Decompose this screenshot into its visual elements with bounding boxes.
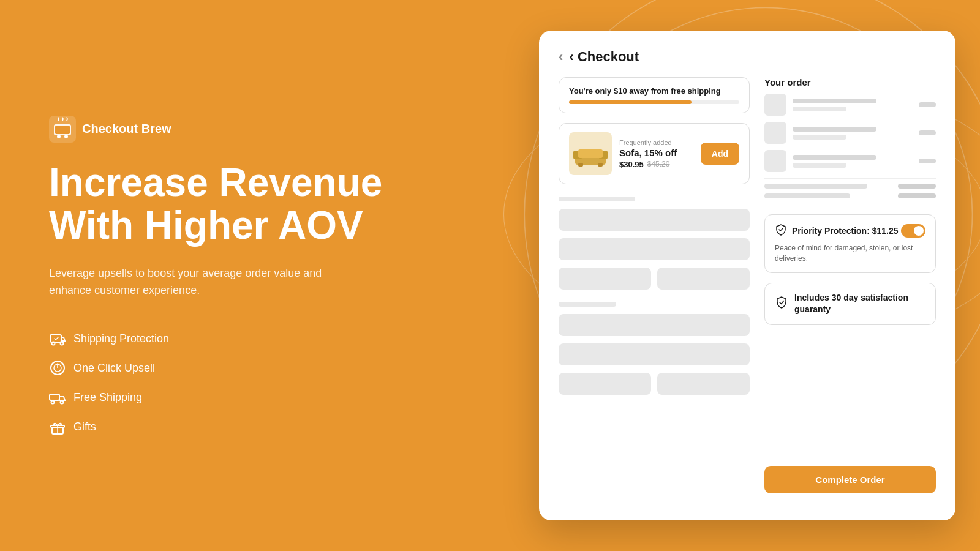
order-line-3 [793, 155, 876, 160]
sk-input-row-2 [559, 373, 750, 395]
svg-rect-26 [578, 163, 583, 167]
protection-header: Priority Protection: $11.25 [775, 223, 925, 238]
summary-value [898, 184, 936, 189]
upsell-product-image [569, 132, 612, 175]
order-item-lines-3 [793, 155, 913, 168]
order-line-2 [793, 127, 876, 132]
complete-order-button[interactable]: Complete Order [764, 466, 936, 493]
order-summary [764, 184, 936, 198]
logo-icon [49, 116, 76, 143]
guarantee-text: Includes 30 day satisfaction guaranty [794, 292, 925, 316]
protection-title-row: Priority Protection: $11.25 [775, 223, 899, 238]
upsell-add-button[interactable]: Add [701, 143, 739, 165]
logo-row: Checkout Brew [49, 116, 404, 143]
summary-label [764, 184, 867, 189]
protection-toggle[interactable] [901, 224, 925, 238]
order-item-lines-2 [793, 127, 913, 140]
feature-one-click-upsell: One Click Upsell [49, 359, 404, 377]
order-item-row-1 [764, 94, 936, 116]
sk-line [559, 197, 635, 201]
shipping-bar-widget: You're only $10 away from free shipping [559, 77, 750, 113]
upsell-info: Frequently added Sofa, 15% off $30.95 $4… [619, 139, 693, 169]
upsell-widget: Frequently added Sofa, 15% off $30.95 $4… [559, 123, 750, 184]
sub-text: Leverage upsells to boost your average o… [49, 264, 343, 300]
upsell-original-price: $45.20 [647, 160, 670, 168]
form-skeleton [559, 197, 750, 395]
svg-point-11 [64, 135, 68, 138]
left-panel: Checkout Brew Increase Revenue With High… [49, 0, 404, 551]
svg-point-19 [61, 401, 64, 404]
checkout-header: ‹ ‹ Checkout [559, 49, 936, 65]
upsell-price: $30.95 [619, 160, 644, 169]
sk-input-half-1 [559, 268, 651, 290]
sk-input-row [559, 268, 750, 290]
order-thumb-2 [764, 122, 786, 144]
protection-shield-icon [775, 223, 787, 238]
order-price-3 [919, 159, 936, 163]
summary-label-2 [764, 193, 850, 198]
sk-input-full [559, 209, 750, 231]
order-line [793, 99, 876, 103]
main-headline: Increase Revenue With Higher AOV [49, 161, 404, 247]
card-body: You're only $10 away from free shipping [559, 77, 936, 493]
right-panel: ‹ ‹ Checkout You're only $10 away from f… [539, 31, 956, 520]
free-shipping-icon [49, 389, 66, 406]
order-thumb-1 [764, 94, 786, 116]
svg-point-18 [51, 401, 55, 404]
feature-gifts-label: Gifts [74, 421, 96, 433]
back-chevron: ‹ [559, 49, 563, 64]
feature-free-shipping: Free Shipping [49, 389, 404, 406]
one-click-upsell-icon [49, 359, 66, 377]
order-thumb-3 [764, 150, 786, 172]
card-left-column: You're only $10 away from free shipping [559, 77, 750, 493]
card-right-column: Your order [764, 77, 936, 493]
logo-text: Checkout Brew [82, 122, 172, 136]
sk-input-half-2 [657, 268, 750, 290]
sk-line-2 [559, 302, 616, 307]
sk-input-full-3 [559, 314, 750, 336]
shipping-bar-text: You're only $10 away from free shipping [569, 86, 739, 96]
order-item-row-2 [764, 122, 936, 144]
svg-rect-12 [50, 335, 61, 342]
order-item-row-3 [764, 150, 936, 172]
upsell-tag: Frequently added [619, 139, 693, 146]
checkout-card: ‹ ‹ Checkout You're only $10 away from f… [539, 31, 956, 520]
upsell-title: Sofa, 15% off [619, 148, 693, 158]
svg-rect-25 [578, 149, 603, 158]
order-line-short-3 [793, 163, 846, 168]
your-order-section: Your order [764, 77, 936, 204]
svg-rect-9 [55, 126, 70, 134]
checkout-title: ‹ Checkout [569, 49, 639, 64]
order-divider [764, 178, 936, 179]
sk-input-full-4 [559, 343, 750, 365]
back-button[interactable]: ‹ ‹ Checkout [559, 49, 936, 65]
svg-point-10 [57, 135, 61, 138]
svg-point-13 [52, 342, 55, 345]
order-line-short-2 [793, 135, 846, 140]
feature-shipping-protection: Shipping Protection [49, 330, 404, 347]
svg-point-14 [61, 342, 64, 345]
protection-title: Priority Protection: $11.25 [792, 226, 899, 236]
progress-track [569, 100, 739, 104]
feature-one-click-upsell-label: One Click Upsell [74, 362, 155, 375]
progress-fill [569, 100, 692, 104]
order-item-lines-1 [793, 99, 913, 111]
svg-rect-27 [598, 163, 603, 167]
summary-row-1 [764, 184, 936, 189]
order-price-1 [919, 102, 936, 107]
protection-widget: Priority Protection: $11.25 Peace of min… [764, 214, 936, 273]
shipping-protection-icon [49, 330, 66, 347]
upsell-price-row: $30.95 $45.20 [619, 160, 693, 169]
features-list: Shipping Protection One Click Upsell [49, 330, 404, 435]
your-order-title: Your order [764, 77, 936, 88]
feature-gifts: Gifts [49, 418, 404, 435]
summary-row-2 [764, 193, 936, 198]
guarantee-icon [775, 296, 788, 312]
order-price-2 [919, 130, 936, 135]
guarantee-widget: Includes 30 day satisfaction guaranty [764, 283, 936, 325]
gifts-icon [49, 418, 66, 435]
sk-input-full-2 [559, 238, 750, 260]
svg-rect-17 [50, 394, 59, 400]
feature-free-shipping-label: Free Shipping [74, 391, 142, 404]
order-line-short [793, 107, 846, 111]
